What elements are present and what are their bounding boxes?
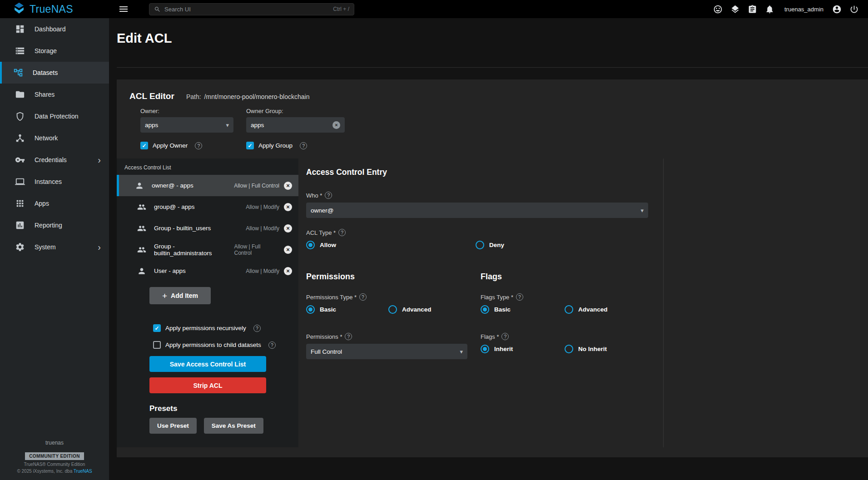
use-preset-button[interactable]: Use Preset — [149, 418, 197, 434]
acl-entry[interactable]: Group - builtin_users Allow | Modify — [117, 218, 298, 239]
group-icon — [137, 203, 146, 212]
acl-entry[interactable]: Group - builtin_administrators Allow | F… — [117, 239, 298, 260]
add-item-button[interactable]: Add Item — [149, 287, 211, 304]
help-icon[interactable] — [253, 325, 261, 332]
acl-entry[interactable]: User - apps Allow | Modify — [117, 260, 298, 282]
account-icon[interactable] — [830, 2, 843, 16]
truenas-link[interactable]: TrueNAS — [74, 469, 92, 474]
acl-type-radio-group: Allow Deny — [306, 241, 663, 249]
remove-entry-button[interactable] — [284, 203, 292, 211]
who-value: owner@ — [311, 207, 333, 214]
help-icon[interactable] — [195, 142, 202, 149]
topbar: TrueNAS Ctrl + / truenas_admin — [0, 0, 868, 18]
radio-unselected-icon — [388, 305, 397, 314]
owner-group-label: Owner Group: — [246, 108, 345, 114]
owner-field: Owner: apps — [140, 108, 233, 133]
apply-recursively-checkbox[interactable]: Apply permissions recursively — [153, 324, 298, 332]
radio-permissions-advanced[interactable]: Advanced — [388, 305, 432, 314]
user-icon — [135, 181, 144, 190]
truenas-logo-text: TrueNAS — [30, 3, 73, 15]
clear-icon[interactable] — [332, 121, 340, 129]
sidebar-item-network[interactable]: Network — [0, 127, 109, 149]
bar-chart-icon — [15, 220, 25, 230]
computer-icon — [15, 177, 25, 187]
help-icon[interactable] — [338, 229, 346, 236]
permissions-label: Permissions * — [306, 333, 481, 340]
tasks-clipboard-icon[interactable] — [745, 2, 759, 16]
radio-inherit[interactable]: Inherit — [481, 345, 565, 353]
path-value: /mnt/monero-pool/monero-blockchain — [204, 93, 310, 100]
owner-fields-row: Owner: apps Owner Group: apps — [117, 108, 868, 133]
help-icon[interactable] — [325, 192, 332, 199]
search-shortcut-hint: Ctrl + / — [333, 6, 349, 12]
help-icon[interactable] — [300, 142, 307, 149]
group-icon — [137, 245, 146, 254]
truenas-logo[interactable]: TrueNAS — [0, 2, 109, 16]
apply-child-datasets-checkbox[interactable]: Apply permissions to child datasets — [153, 341, 298, 349]
sidebar-item-data-protection[interactable]: Data Protection — [0, 105, 109, 127]
sidebar-item-label: Network — [35, 134, 58, 142]
sidebar-item-apps[interactable]: Apps — [0, 193, 109, 214]
chevron-down-icon — [460, 348, 463, 355]
radio-flags-advanced[interactable]: Advanced — [565, 305, 608, 314]
sidebar-item-reporting[interactable]: Reporting — [0, 214, 109, 236]
radio-selected-icon — [306, 241, 315, 249]
owner-select[interactable]: apps — [140, 117, 233, 133]
search-input[interactable] — [164, 6, 329, 13]
help-icon[interactable] — [501, 333, 509, 340]
footer-edition-line: TrueNAS® Community Edition — [0, 462, 109, 467]
apply-group-checkbox[interactable]: Apply Group — [246, 142, 307, 149]
help-icon[interactable] — [345, 333, 352, 340]
remove-entry-button[interactable] — [284, 182, 292, 190]
sidebar-item-label: Shares — [35, 91, 55, 98]
radio-flags-basic[interactable]: Basic — [481, 305, 565, 314]
acl-list-title: Access Control List — [117, 158, 298, 171]
user-icon — [137, 267, 146, 276]
strip-acl-button[interactable]: Strip ACL — [149, 377, 266, 393]
access-control-entry-panel: Access Control Entry Who * owner@ ACL Ty… — [298, 158, 664, 447]
search-icon — [154, 6, 161, 13]
notifications-bell-icon[interactable] — [763, 2, 776, 16]
help-icon[interactable] — [516, 293, 523, 301]
menu-toggle-button[interactable] — [114, 0, 133, 18]
radio-no-inherit[interactable]: No Inherit — [565, 345, 607, 353]
permissions-select[interactable]: Full Control — [306, 344, 467, 359]
help-icon[interactable] — [359, 293, 367, 301]
sidebar-item-credentials[interactable]: Credentials — [0, 149, 109, 171]
ace-heading: Access Control Entry — [306, 168, 663, 177]
remove-entry-button[interactable] — [284, 246, 292, 254]
remove-entry-button[interactable] — [284, 267, 292, 275]
help-icon[interactable] — [268, 341, 276, 349]
permissions-heading: Permissions — [306, 272, 481, 282]
permissions-type-label: Permissions Type * — [306, 293, 481, 301]
acl-entry[interactable]: owner@ - apps Allow | Full Control — [117, 175, 298, 196]
sidebar-item-dashboard[interactable]: Dashboard — [0, 18, 109, 40]
remove-entry-button[interactable] — [284, 224, 292, 233]
save-acl-button[interactable]: Save Access Control List — [149, 356, 266, 372]
acl-entry[interactable]: group@ - apps Allow | Modify — [117, 196, 298, 218]
owner-group-input[interactable]: apps — [246, 117, 345, 133]
sidebar-item-instances[interactable]: Instances — [0, 171, 109, 193]
search-bar[interactable]: Ctrl + / — [149, 3, 354, 15]
sidebar-item-system[interactable]: System — [0, 236, 109, 258]
sidebar-item-shares[interactable]: Shares — [0, 84, 109, 105]
title-divider — [117, 67, 868, 68]
jobs-layers-icon[interactable] — [728, 2, 742, 16]
chevron-down-icon — [226, 122, 229, 129]
topbar-actions: truenas_admin — [711, 2, 868, 16]
feedback-smiley-icon[interactable] — [711, 2, 724, 16]
owner-group-field: Owner Group: apps — [246, 108, 345, 133]
save-as-preset-button[interactable]: Save As Preset — [204, 418, 263, 434]
sidebar-item-label: Reporting — [35, 222, 62, 229]
radio-permissions-basic[interactable]: Basic — [306, 305, 388, 314]
radio-deny[interactable]: Deny — [476, 241, 504, 249]
group-icon — [137, 224, 146, 233]
sidebar-item-storage[interactable]: Storage — [0, 40, 109, 62]
edition-badge: COMMUNITY EDITION — [25, 452, 84, 460]
checkbox-checked-icon — [140, 142, 148, 149]
apply-owner-checkbox[interactable]: Apply Owner — [140, 142, 246, 149]
sidebar-item-datasets[interactable]: Datasets — [0, 62, 109, 84]
who-select[interactable]: owner@ — [306, 203, 648, 218]
power-icon[interactable] — [847, 2, 861, 16]
radio-allow[interactable]: Allow — [306, 241, 476, 249]
